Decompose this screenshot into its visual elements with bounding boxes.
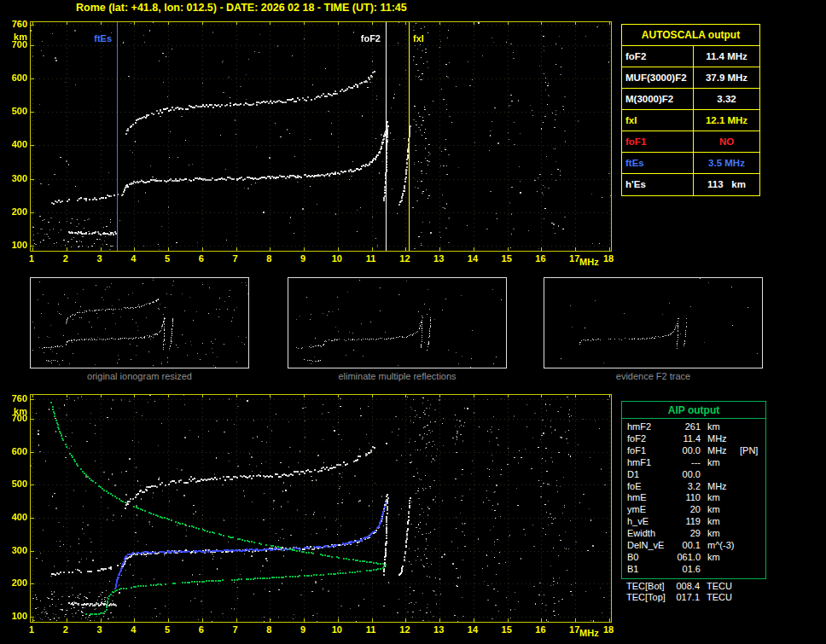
aip-row-hmF2: hmF2261km [627,421,765,433]
aip-spacer [701,516,707,528]
aip-param-note [740,457,765,469]
y-tick-label: 100 [3,611,27,621]
autoscala-param-label: foF2 [622,46,694,67]
autoscala-param-label: foF1 [622,131,694,152]
aip-param-name: DelN_vE [627,540,672,552]
aip-param-name: TEC[Top] [626,592,671,604]
aip-spacer [700,581,707,593]
y-tick-label: 300 [3,173,27,183]
aip-param-unit: MHz [707,445,740,457]
aip-param-note [740,528,765,540]
x-tick-label: 1 [22,253,41,264]
aip-param-name: B0 [627,552,672,564]
aip-param-name: foF1 [627,445,672,457]
aip-param-note [740,540,765,552]
aip-row-B0: B0061.0km [627,552,765,564]
x-tick-label: 1 [22,624,41,635]
aip-param-unit [707,469,740,481]
aip-param-unit: km [707,552,740,564]
x-tick-label: 7 [226,624,245,635]
x-tick-label: 9 [294,253,312,264]
aip-param-note [740,469,765,481]
aip-spacer [701,421,707,433]
aip-param-name: h_vE [627,516,672,528]
aip-param-value: 20 [672,504,701,516]
aip-spacer [701,433,707,445]
x-tick-label: 16 [531,624,550,635]
aip-spacer [701,540,707,552]
aip-param-name: hmF1 [627,457,672,469]
y-tick-label: 500 [3,479,27,489]
autoscala-param-label: MUF(3000)F2 [622,67,694,88]
marker-fxI: fxI [412,33,425,44]
aip-param-value: 017.1 [671,592,700,604]
autoscala-param-label: ftEs [622,153,694,173]
aip-spacer [701,457,707,469]
aip-spacer [701,492,707,504]
aip-row-foF2: foF211.4MHz [627,433,765,445]
aip-param-name: foE [627,481,672,493]
page-title: Rome (lat: +41.8, lon: 012.5) - DATE: 20… [76,2,407,14]
aip-param-note [740,492,765,504]
autoscala-param-label: fxI [622,110,694,131]
aip-param-note [739,592,766,604]
aip-param-name: foF2 [627,433,672,445]
ionogram-plot-inverted [30,394,612,623]
x-tick-label: 13 [429,253,448,264]
y-axis-unit: km [3,406,27,416]
x-tick-label: 12 [395,253,414,264]
autoscala-row-fxI: fxI12.1 MHz [622,110,759,131]
x-tick-label: 14 [463,624,482,635]
y-tick-label: 600 [3,73,27,83]
autoscala-param-label: h'Es [622,174,694,195]
aip-row-foF1: foF100.0MHz[PN] [627,445,765,457]
aip-param-name: B1 [627,564,672,576]
autoscala-row-ftEs: ftEs3.5 MHz [622,153,759,174]
aip-param-note [740,516,765,528]
x-tick-label: 5 [158,253,177,264]
aip-param-note [740,552,765,564]
aip-param-value: 061.0 [672,552,701,564]
x-tick-label: 8 [259,624,278,635]
x-tick-label: 3 [90,624,109,635]
aip-table-body: hmF2261kmfoF211.4MHzfoF100.0MHz[PN]hmF1-… [622,419,765,578]
autoscala-table-title: AUTOSCALA output [622,25,759,46]
aip-spacer [700,592,707,604]
aip-param-value: 110 [672,492,701,504]
y-tick-label: 500 [3,106,27,116]
autoscala-param-value: 3.5 MHz [694,153,759,173]
aip-spacer [701,481,707,493]
aip-row-B1: B101.6 [627,564,765,576]
x-tick-label: 7 [226,253,245,264]
x-tick-label: 6 [192,253,211,264]
aip-row-hmE: hmE110km [627,492,765,504]
autoscala-row-foF1: foF1NO [622,131,759,153]
aip-param-name: ymE [627,504,672,516]
aip-param-unit [707,564,740,576]
autoscala-param-label: M(3000)F2 [622,89,694,109]
thumbnail-canvas-eliminate [288,278,506,368]
thumbnail-canvas-original [31,278,248,368]
autoscala-table-body: foF211.4 MHzMUF(3000)F237.9 MHzM(3000)F2… [622,46,759,195]
aip-tec-rows: TEC[Bot]008.4TECUTEC[Top]017.1TECU [621,579,766,604]
y-tick-label: 400 [3,139,27,149]
y-tick-label: 200 [3,577,27,588]
aip-param-note [740,421,765,433]
x-tick-label: 11 [362,624,381,635]
autoscala-param-value: 11.4 MHz [694,46,759,67]
x-tick-label: 12 [395,624,414,635]
aip-param-value: 01.6 [672,564,701,576]
y-tick-label: 200 [3,206,27,217]
y-tick-label: 100 [3,240,27,250]
autoscala-param-value: 113 km [694,174,759,195]
aip-row-TEC[Top]: TEC[Top]017.1TECU [626,592,766,604]
aip-row-TEC[Bot]: TEC[Bot]008.4TECU [626,581,766,593]
aip-row-Ewidth: Ewidth29km [627,528,765,540]
aip-spacer [701,504,707,516]
autoscala-param-value: 12.1 MHz [694,110,759,131]
aip-param-note [740,564,765,576]
marker-ftEs: ftEs [82,33,113,44]
thumbnail-caption-evidence: evidence F2 trace [544,371,763,381]
x-axis-unit: MHz [579,257,598,267]
autoscala-param-value: 37.9 MHz [694,67,759,88]
